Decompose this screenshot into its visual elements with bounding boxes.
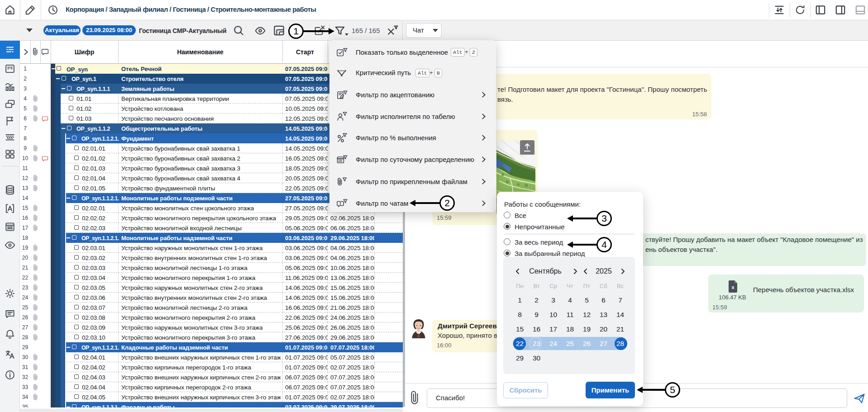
svg-text:x: x — [731, 284, 734, 290]
